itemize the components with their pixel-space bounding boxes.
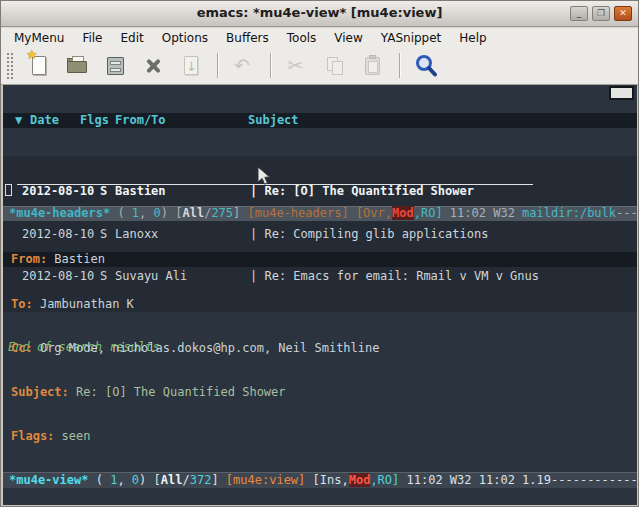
column-from[interactable]: From/To <box>115 113 166 127</box>
buffer-name: *mu4e-headers* <box>9 206 110 220</box>
field-cc: Cc: Org Mode, nicholas.dokos@hp.com, Nei… <box>11 341 637 356</box>
headers-scrollbar-thumb[interactable] <box>609 86 634 100</box>
open-file-icon[interactable] <box>65 53 90 79</box>
title-bar[interactable]: emacs: *mu4e-view* [mu4e:view] _ ❐ ✕ <box>1 1 638 27</box>
major-mode: [mu4e-headers] <box>248 206 349 220</box>
message-row[interactable]: 2012-08-10 S Bastien | Re: [O] The Quant… <box>3 184 637 199</box>
message-count: 275 <box>211 206 233 220</box>
row-subject: | Re: [O] The Quantified Shower <box>250 184 474 198</box>
copy-icon <box>323 53 348 79</box>
menu-item-tools[interactable]: Tools <box>278 30 326 46</box>
inactive-cursor <box>5 184 12 196</box>
menu-item-view[interactable]: View <box>325 30 371 46</box>
toolbar-separator <box>399 53 401 78</box>
line-number: 1 <box>132 206 139 220</box>
window-title: emacs: *mu4e-view* [mu4e:view] <box>1 5 638 20</box>
menu-item-yasnippet[interactable]: YASnippet <box>372 30 451 46</box>
column-number: 0 <box>132 473 139 487</box>
clock: 11:02 W32 <box>443 206 522 220</box>
maximize-button[interactable]: ❐ <box>592 6 610 21</box>
tool-bar: ★ ↓ ↶ ✂ <box>1 47 638 85</box>
menu-item-options[interactable]: Options <box>153 30 217 46</box>
cut-icon: ✂ <box>285 53 310 79</box>
emacs-window: emacs: *mu4e-view* [mu4e:view] _ ❐ ✕ MyM… <box>0 0 639 507</box>
field-flags: Flags: seen <box>11 429 637 444</box>
window-buttons: _ ❐ ✕ <box>570 6 632 21</box>
mouse-cursor <box>257 166 271 186</box>
modified-flag: Mod <box>349 473 371 487</box>
secondary-clock: 11:02 1.19 <box>479 473 551 487</box>
save-as-icon: ↓ <box>179 53 204 79</box>
search-icon[interactable] <box>414 53 439 79</box>
emacs-frame-content: ▼ Date Flgs From/To Subject 2012-08-10 S… <box>1 85 639 507</box>
menu-item-mymenu[interactable]: MyMenu <box>5 30 73 46</box>
mu4e-view-modeline: *mu4e-view* ( 1, 0) [All/372] [mu4e:view… <box>3 472 637 488</box>
menu-item-edit[interactable]: Edit <box>112 30 153 46</box>
menu-item-file[interactable]: File <box>73 30 111 46</box>
maildir-indicator: maildir:/bulk <box>522 206 616 220</box>
menu-bar: MyMenu File Edit Options Buffers Tools V… <box>1 28 638 47</box>
row-date: 2012-08-10 <box>22 184 94 198</box>
minimize-button[interactable]: _ <box>570 6 588 21</box>
column-date[interactable]: Date <box>30 113 59 127</box>
toolbar-separator <box>217 53 219 78</box>
field-from: From: Bastien <box>3 252 637 267</box>
column-subject[interactable]: Subject <box>248 113 299 127</box>
paste-icon <box>361 53 386 79</box>
star-icon: ★ <box>26 47 38 62</box>
buffer-name: *mu4e-view* <box>9 473 88 487</box>
mu4e-view-window: From: Bastien To: Jambunathan K Cc: Org … <box>3 221 637 472</box>
headers-column-header[interactable]: ▼ Date Flgs From/To Subject <box>3 113 637 128</box>
undo-icon: ↶ <box>232 53 257 79</box>
clock: 11:02 W32 <box>399 473 478 487</box>
mu4e-headers-window: ▼ Date Flgs From/To Subject 2012-08-10 S… <box>3 85 637 206</box>
major-mode: [mu4e:view] <box>226 473 305 487</box>
close-buffer-icon[interactable] <box>141 53 166 79</box>
row-flags: S <box>100 184 107 198</box>
new-file-icon[interactable]: ★ <box>27 53 52 79</box>
field-to: To: Jambunathan K <box>11 297 637 312</box>
filter-label: All <box>182 206 204 220</box>
menu-item-help[interactable]: Help <box>450 30 495 46</box>
column-flags[interactable]: Flgs <box>80 113 109 127</box>
toolbar-separator <box>270 53 272 78</box>
mu4e-headers-modeline: *mu4e-headers* ( 1, 0) [All/275] [mu4e-h… <box>3 206 637 221</box>
save-file-icon[interactable] <box>103 53 128 79</box>
field-subject: Subject: Re: [O] The Quantified Shower <box>11 385 637 400</box>
toolbar-drag-handle[interactable] <box>6 52 14 80</box>
menu-item-buffers[interactable]: Buffers <box>217 30 278 46</box>
row-from: Bastien <box>115 184 166 198</box>
column-number: 0 <box>154 206 161 220</box>
sort-arrow-icon[interactable]: ▼ <box>15 113 22 127</box>
echo-area[interactable] <box>3 488 637 505</box>
filter-label: All <box>161 473 183 487</box>
message-count: 372 <box>190 473 212 487</box>
modified-flag: Mod <box>392 206 414 220</box>
close-button[interactable]: ✕ <box>614 6 632 21</box>
